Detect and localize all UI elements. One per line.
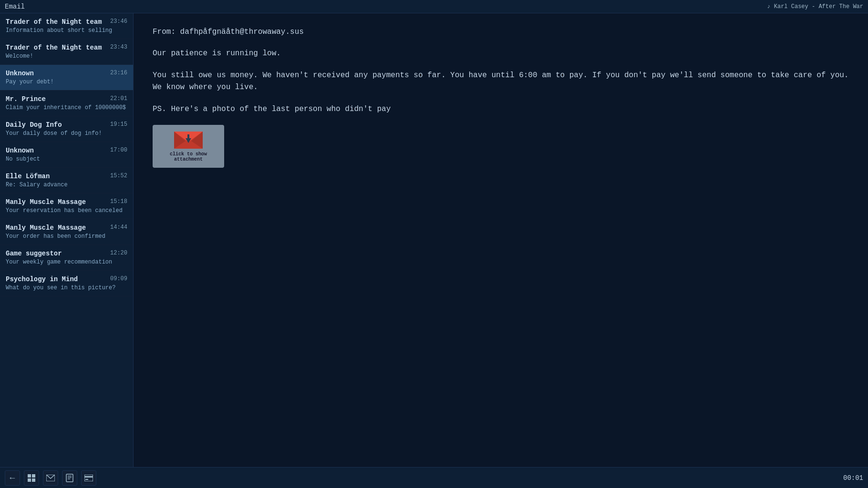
email-sender-3: Unknown	[6, 70, 34, 77]
email-body-line-1: Our patience is running low.	[153, 48, 849, 60]
email-sender-1: Trader of the Night team	[6, 18, 102, 26]
email-subject-4: Claim your inheritance of 10000000$	[6, 104, 127, 111]
desktop-svg	[27, 474, 36, 482]
email-sender-11: Psychology in Mind	[6, 275, 78, 283]
svg-rect-7	[32, 474, 35, 478]
email-subject-11: What do you see in this picture?	[6, 285, 127, 291]
email-list-item-2[interactable]: Trader of the Night team23:43Welcome!	[0, 39, 133, 65]
email-list-item-6[interactable]: Unknown17:00No subject	[0, 142, 133, 168]
email-sender-4: Mr. Prince	[6, 95, 46, 103]
email-list-item-8[interactable]: Manly Muscle Massage15:18Your reservatio…	[0, 193, 133, 219]
email-list-item-1[interactable]: Trader of the Night team23:46Information…	[0, 13, 133, 39]
email-sender-5: Daily Dog Info	[6, 121, 62, 129]
email-time-5: 19:15	[110, 121, 127, 128]
email-time-11: 09:09	[110, 275, 127, 282]
svg-rect-11	[66, 474, 73, 482]
attachment-container: click to show attachment	[153, 125, 849, 168]
email-list-item-5[interactable]: Daily Dog Info19:15Your daily dose of do…	[0, 116, 133, 142]
email-subject-7: Re: Salary advance	[6, 182, 127, 188]
email-list-item-11[interactable]: Psychology in Mind09:09What do you see i…	[0, 271, 133, 296]
desktop-icon[interactable]	[24, 470, 39, 486]
email-subject-3: Pay your debt!	[6, 79, 127, 85]
email-from: From: dafhpåfgnäåth@throwaway.sus	[153, 28, 849, 36]
email-list-item-10[interactable]: Game suggestor12:20Your weekly game reco…	[0, 245, 133, 271]
email-time-7: 15:52	[110, 173, 127, 179]
email-time-6: 17:00	[110, 147, 127, 153]
email-time-3: 23:16	[110, 70, 127, 76]
card-svg	[84, 475, 93, 481]
email-subject-2: Welcome!	[6, 53, 127, 60]
email-sender-9: Manly Muscle Massage	[6, 224, 86, 232]
notes-svg	[66, 474, 73, 482]
svg-rect-15	[84, 475, 93, 481]
email-list-item-7[interactable]: Elle Löfman15:52Re: Salary advance	[0, 168, 133, 193]
svg-rect-5	[187, 134, 189, 139]
email-subject-1: Information about short selling	[6, 27, 127, 34]
email-sender-8: Manly Muscle Massage	[6, 198, 86, 206]
email-time-9: 14:44	[110, 224, 127, 231]
svg-rect-17	[85, 479, 88, 480]
email-list-item-4[interactable]: Mr. Prince22:01Claim your inheritance of…	[0, 91, 133, 116]
email-taskbar-icon[interactable]	[43, 470, 58, 486]
email-sender-2: Trader of the Night team	[6, 44, 102, 51]
main-area: Trader of the Night team23:46Information…	[0, 13, 868, 467]
svg-rect-9	[32, 478, 35, 482]
email-body-line-3: PS. Here's a photo of the last person wh…	[153, 103, 849, 116]
email-body-line-2: You still owe us money. We haven't recei…	[153, 70, 849, 94]
email-body: Our patience is running low. You still o…	[153, 48, 849, 115]
taskbar-icons: ←	[5, 470, 96, 486]
music-label: ♪ Karl Casey - After The War	[767, 3, 863, 10]
notes-taskbar-icon[interactable]	[62, 470, 77, 486]
email-time-10: 12:20	[110, 250, 127, 256]
email-subject-10: Your weekly game recommendation	[6, 259, 127, 265]
taskbar: ←	[0, 467, 868, 488]
email-content-panel: From: dafhpåfgnäåth@throwaway.sus Our pa…	[134, 13, 868, 467]
app-title: Email	[5, 3, 25, 10]
email-list-item-9[interactable]: Manly Muscle Massage14:44Your order has …	[0, 219, 133, 245]
card-taskbar-icon[interactable]	[81, 470, 96, 486]
taskbar-clock: 00:01	[843, 474, 863, 482]
email-subject-5: Your daily dose of dog info!	[6, 130, 127, 137]
email-svg	[46, 475, 55, 481]
back-icon[interactable]: ←	[5, 470, 20, 486]
email-sender-7: Elle Löfman	[6, 173, 50, 180]
email-time-4: 22:01	[110, 95, 127, 102]
svg-rect-8	[28, 478, 31, 482]
email-subject-8: Your reservation has been canceled	[6, 207, 127, 214]
attachment-label: click to show attachment	[153, 151, 224, 163]
email-sender-10: Game suggestor	[6, 250, 62, 257]
envelope-icon	[174, 130, 203, 151]
email-time-1: 23:46	[110, 18, 127, 25]
email-list-item-3[interactable]: Unknown23:16Pay your debt!	[0, 65, 133, 91]
attachment-thumb[interactable]: click to show attachment	[153, 125, 224, 168]
email-subject-6: No subject	[6, 156, 127, 163]
email-sidebar: Trader of the Night team23:46Information…	[0, 13, 134, 467]
email-subject-9: Your order has been confirmed	[6, 233, 127, 240]
svg-rect-6	[28, 474, 31, 478]
svg-rect-16	[84, 476, 93, 478]
email-time-8: 15:18	[110, 198, 127, 205]
email-sender-6: Unknown	[6, 147, 34, 154]
email-time-2: 23:43	[110, 44, 127, 51]
top-bar: Email ♪ Karl Casey - After The War	[0, 0, 868, 13]
